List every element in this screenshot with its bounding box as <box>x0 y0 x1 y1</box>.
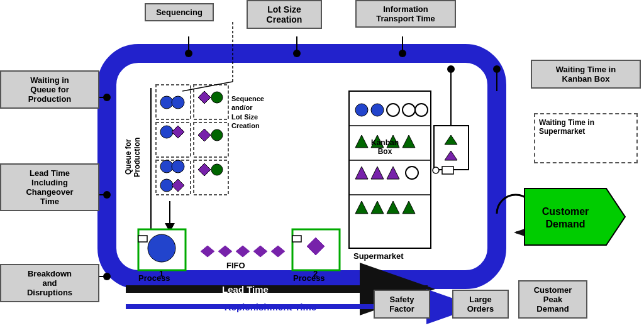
svg-text:Demand: Demand <box>545 219 585 229</box>
svg-marker-88 <box>525 189 625 245</box>
svg-point-41 <box>371 104 384 116</box>
svg-rect-5 <box>156 123 191 157</box>
svg-marker-12 <box>172 126 184 138</box>
customer-peak-label: CustomerPeakDemand <box>518 280 587 319</box>
queue-production-label: Queue forProduction <box>124 101 150 214</box>
svg-point-61 <box>433 167 439 173</box>
svg-rect-60 <box>442 167 453 174</box>
safety-factor-label: SafetyFactor <box>374 290 430 319</box>
sequencing-label: Sequencing <box>145 3 214 21</box>
svg-point-74 <box>103 191 111 199</box>
svg-rect-57 <box>434 126 469 170</box>
svg-rect-63 <box>292 236 301 242</box>
waiting-kanban-label: Waiting Time inKanban Box <box>531 60 641 89</box>
svg-rect-0 <box>107 53 497 280</box>
svg-rect-25 <box>138 229 186 270</box>
svg-point-14 <box>172 160 184 173</box>
svg-marker-22 <box>198 163 211 176</box>
svg-line-87 <box>182 82 233 91</box>
svg-point-42 <box>387 104 399 116</box>
svg-marker-49 <box>355 167 368 179</box>
lead-time-label: Lead TimeIncludingChangeoverTime <box>0 163 99 211</box>
svg-marker-56 <box>402 201 415 214</box>
svg-text:Customer: Customer <box>542 206 589 217</box>
svg-marker-20 <box>198 91 211 104</box>
svg-marker-31 <box>253 245 268 258</box>
process-2-label: Process <box>293 273 325 283</box>
svg-marker-59 <box>445 151 457 160</box>
information-transport-label: InformationTransport Time <box>355 0 456 28</box>
fifo-label: FIFO <box>226 261 245 270</box>
svg-marker-34 <box>306 237 325 256</box>
svg-point-13 <box>160 160 173 173</box>
large-orders-label: LargeOrders <box>452 290 509 319</box>
waiting-supermarket-box: Waiting Time inSupermarket <box>534 113 638 163</box>
svg-point-40 <box>355 104 368 116</box>
svg-point-10 <box>172 96 184 109</box>
svg-rect-33 <box>292 229 340 270</box>
svg-marker-51 <box>387 167 399 179</box>
svg-marker-32 <box>270 245 286 258</box>
svg-point-19 <box>211 164 223 175</box>
svg-point-18 <box>211 129 223 141</box>
svg-text:Replenishment Time: Replenishment Time <box>225 302 316 312</box>
svg-rect-62 <box>138 236 147 242</box>
waiting-in-queue-label: Waiting inQueue forProduction <box>0 70 99 109</box>
kanban-box-label: KanbanBox <box>371 138 399 156</box>
svg-point-26 <box>148 234 175 262</box>
svg-rect-36 <box>349 91 431 248</box>
svg-marker-28 <box>200 245 215 258</box>
svg-rect-6 <box>194 123 228 157</box>
svg-marker-45 <box>355 135 368 148</box>
svg-rect-8 <box>194 160 228 195</box>
svg-point-17 <box>211 92 223 103</box>
svg-marker-21 <box>198 129 211 141</box>
svg-rect-7 <box>156 160 191 195</box>
svg-point-85 <box>493 65 501 73</box>
svg-marker-30 <box>235 245 250 258</box>
svg-point-78 <box>185 50 192 57</box>
waiting-supermarket-label: Waiting Time inSupermarket <box>539 118 594 136</box>
sequence-lot-label: Sequenceand/orLot SizeCreation <box>231 94 264 130</box>
process-1-label: Process <box>138 273 170 283</box>
svg-marker-55 <box>387 201 399 214</box>
svg-marker-50 <box>371 167 384 179</box>
svg-rect-3 <box>156 85 191 119</box>
svg-point-65 <box>447 65 455 73</box>
svg-marker-16 <box>172 179 184 192</box>
supermarket-label: Supermarket <box>353 251 403 261</box>
svg-point-43 <box>402 104 415 116</box>
svg-marker-29 <box>218 245 233 258</box>
svg-rect-1 <box>123 70 480 263</box>
svg-marker-24 <box>165 223 175 232</box>
svg-point-76 <box>103 273 111 280</box>
main-container: 1 2 <box>0 0 644 328</box>
svg-point-15 <box>160 179 173 192</box>
svg-point-11 <box>160 126 173 138</box>
svg-marker-54 <box>371 201 384 214</box>
svg-point-52 <box>406 167 418 179</box>
svg-rect-4 <box>194 85 228 119</box>
svg-point-82 <box>399 50 406 57</box>
svg-point-9 <box>160 96 173 109</box>
svg-point-80 <box>293 50 301 57</box>
svg-text:Lead Time: Lead Time <box>222 284 269 295</box>
svg-marker-48 <box>402 135 415 148</box>
svg-marker-58 <box>445 135 457 145</box>
svg-point-44 <box>415 104 428 116</box>
customer-demand-svg: Customer Demand <box>518 182 631 251</box>
svg-point-72 <box>103 94 111 101</box>
lot-size-creation-label: Lot SizeCreation <box>247 0 322 29</box>
svg-marker-53 <box>355 201 368 214</box>
breakdown-label: BreakdownandDisruptions <box>0 264 99 302</box>
customer-demand-container: Customer Demand <box>518 182 631 254</box>
